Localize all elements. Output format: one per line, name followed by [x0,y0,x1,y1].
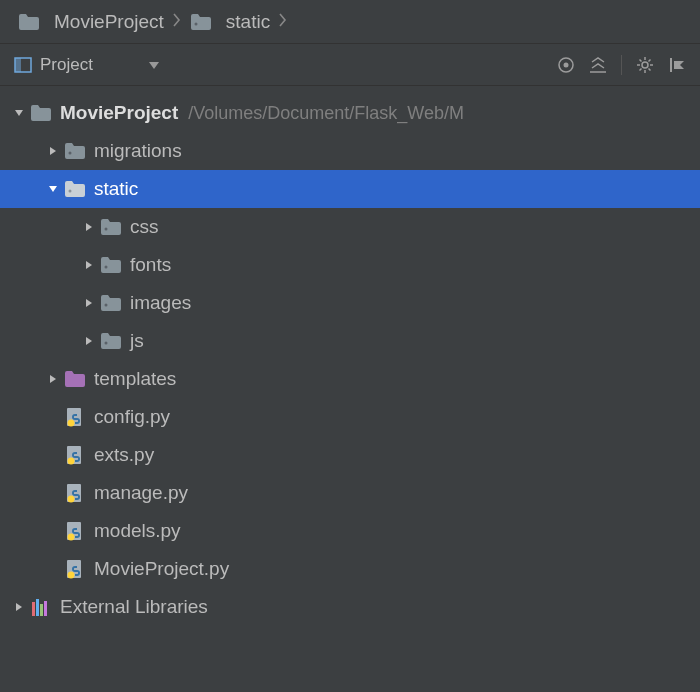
svg-point-23 [68,572,75,579]
tree-label: exts.py [94,444,154,466]
svg-point-19 [68,496,75,503]
tree-item-exts-py[interactable]: exts.py [0,436,700,474]
svg-rect-26 [40,604,43,616]
project-tree: MovieProject /Volumes/Document/Flask_Web… [0,86,700,626]
python-file-icon [64,444,86,466]
tree-label: templates [94,368,176,390]
tree-label: migrations [94,140,182,162]
svg-rect-2 [15,58,21,72]
tree-label: MovieProject [60,102,178,124]
tree-label: css [130,216,159,238]
tree-label: js [130,330,144,352]
tree-label: images [130,292,191,314]
libraries-icon [30,596,52,618]
tree-item-images[interactable]: images [0,284,700,322]
tree-label: models.py [94,520,181,542]
tree-label: config.py [94,406,170,428]
expand-arrow-icon[interactable] [78,335,100,347]
python-file-icon [64,520,86,542]
svg-point-4 [564,62,569,67]
svg-rect-27 [44,601,47,616]
python-file-icon [64,482,86,504]
chevron-down-icon [149,54,159,75]
chevron-right-icon [278,11,288,32]
scroll-from-source-icon[interactable] [557,56,575,74]
python-file-icon [64,406,86,428]
breadcrumb-item-static[interactable]: static [184,11,276,33]
breadcrumb-label: static [226,11,270,33]
svg-point-13 [105,342,108,345]
tree-item-movieproject-py[interactable]: MovieProject.py [0,550,700,588]
svg-point-10 [105,228,108,231]
tree-item-migrations[interactable]: migrations [0,132,700,170]
toolbar: Project [0,44,700,86]
hide-icon[interactable] [668,56,686,74]
tree-item-static[interactable]: static [0,170,700,208]
tree-item-config-py[interactable]: config.py [0,398,700,436]
tree-label: static [94,178,138,200]
tree-item-templates[interactable]: templates [0,360,700,398]
chevron-right-icon [172,11,182,32]
svg-point-8 [69,152,72,155]
pkg-folder-icon [100,254,122,276]
expand-arrow-icon[interactable] [42,183,64,195]
pkg-folder-icon [64,140,86,162]
folder-icon [18,11,40,33]
toolbar-separator [621,55,622,75]
expand-arrow-icon[interactable] [42,145,64,157]
breadcrumb-label: MovieProject [54,11,164,33]
pkg-folder-icon [100,292,122,314]
gear-icon[interactable] [636,56,654,74]
expand-arrow-icon[interactable] [42,373,64,385]
tree-path: /Volumes/Document/Flask_Web/M [188,103,464,124]
tree-external-libraries[interactable]: External Libraries [0,588,700,626]
purple-folder-icon [64,368,86,390]
pkg-folder-icon [64,178,86,200]
expand-arrow-icon[interactable] [78,259,100,271]
view-dropdown[interactable]: Project [14,54,159,75]
expand-arrow-icon[interactable] [78,297,100,309]
tree-item-fonts[interactable]: fonts [0,246,700,284]
tree-label: MovieProject.py [94,558,229,580]
tree-label: manage.py [94,482,188,504]
breadcrumb-item-root[interactable]: MovieProject [12,11,170,33]
expand-arrow-icon[interactable] [8,107,30,119]
project-view-icon [14,56,32,74]
svg-point-11 [105,266,108,269]
svg-point-12 [105,304,108,307]
expand-arrow-icon[interactable] [78,221,100,233]
svg-point-15 [68,420,75,427]
tree-root[interactable]: MovieProject /Volumes/Document/Flask_Web… [0,94,700,132]
tree-item-manage-py[interactable]: manage.py [0,474,700,512]
tree-item-js[interactable]: js [0,322,700,360]
svg-point-9 [69,190,72,193]
breadcrumb: MovieProject static [0,0,700,44]
svg-point-21 [68,534,75,541]
tree-label: fonts [130,254,171,276]
pkg-folder-icon [100,330,122,352]
view-label: Project [40,55,93,75]
tree-item-css[interactable]: css [0,208,700,246]
collapse-all-icon[interactable] [589,56,607,74]
pkg-folder-icon [190,11,212,33]
svg-point-17 [68,458,75,465]
svg-rect-25 [36,599,39,616]
expand-arrow-icon[interactable] [8,601,30,613]
tree-label: External Libraries [60,596,208,618]
folder-icon [30,102,52,124]
svg-point-0 [194,22,197,25]
svg-point-6 [642,62,648,68]
tree-item-models-py[interactable]: models.py [0,512,700,550]
python-file-icon [64,558,86,580]
svg-rect-24 [32,602,35,616]
pkg-folder-icon [100,216,122,238]
